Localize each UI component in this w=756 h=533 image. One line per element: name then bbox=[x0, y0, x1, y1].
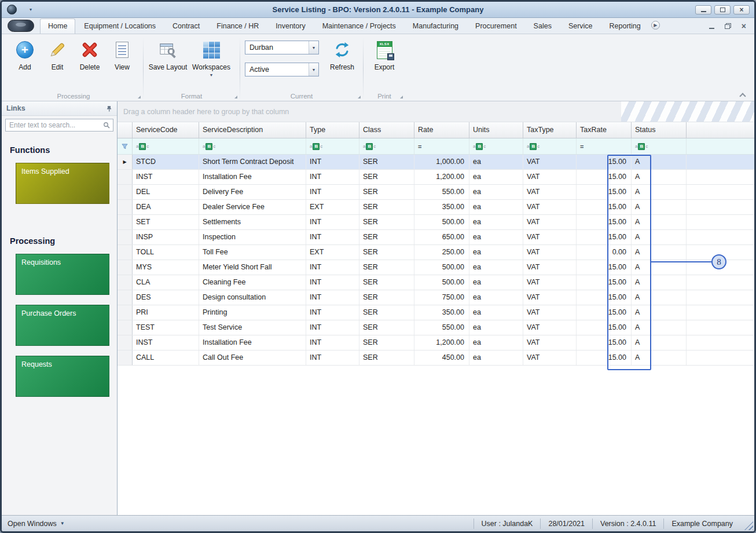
cell-tax-rate[interactable]: 15.00 bbox=[577, 215, 632, 229]
table-row[interactable]: ▶ PRI Printing INT SER 350.00 ea VAT 15.… bbox=[118, 305, 754, 320]
app-icon[interactable] bbox=[7, 5, 17, 14]
table-row[interactable]: ▶ DES Design consultation INT SER 750.00… bbox=[118, 290, 754, 305]
status-dropdown[interactable]: Active ▼ bbox=[245, 63, 319, 76]
cell-service-description[interactable]: Meter Yield Short Fall bbox=[199, 260, 306, 275]
ribbon-tab[interactable]: Service bbox=[560, 19, 601, 34]
child-close-icon[interactable]: × bbox=[742, 22, 746, 30]
cell-service-code[interactable]: DEL bbox=[133, 185, 199, 199]
ribbon-tab[interactable]: Home bbox=[40, 19, 75, 34]
table-row[interactable]: ▶ INST Installation Fee INT SER 1,200.00… bbox=[118, 335, 754, 351]
cell-tax-type[interactable]: VAT bbox=[523, 335, 577, 350]
cell-tax-rate[interactable]: 15.00 bbox=[577, 290, 632, 305]
cell-service-code[interactable]: TOLL bbox=[133, 245, 199, 260]
cell-units[interactable]: ea bbox=[469, 155, 523, 169]
filter-cell[interactable]: aBc = bbox=[199, 138, 306, 154]
cell-status[interactable]: A bbox=[632, 305, 687, 320]
cell-rate[interactable]: 650.00 bbox=[414, 230, 469, 244]
cell-units[interactable]: ea bbox=[469, 215, 523, 229]
cell-tax-type[interactable]: VAT bbox=[523, 260, 577, 275]
close-button[interactable]: × bbox=[733, 5, 750, 14]
cell-service-code[interactable]: PRI bbox=[133, 305, 199, 320]
cell-service-code[interactable]: MYS bbox=[133, 260, 199, 275]
dialog-launcher-icon[interactable] bbox=[400, 96, 403, 98]
column-header[interactable]: TaxRate bbox=[577, 122, 632, 138]
cell-rate[interactable]: 1,200.00 bbox=[414, 170, 469, 184]
ribbon-tab[interactable]: Maintenance / Projects bbox=[314, 19, 404, 34]
cell-tax-type[interactable]: VAT bbox=[523, 170, 577, 184]
pin-icon[interactable] bbox=[106, 105, 112, 112]
cell-service-description[interactable]: Installation Fee bbox=[199, 335, 306, 350]
cell-tax-rate[interactable]: 15.00 bbox=[577, 170, 632, 184]
filter-cell[interactable]: aBc = bbox=[133, 138, 199, 154]
cell-service-description[interactable]: Cleaning Fee bbox=[199, 275, 306, 290]
dialog-launcher-icon[interactable] bbox=[358, 96, 361, 98]
cell-tax-rate[interactable]: 15.00 bbox=[577, 185, 632, 199]
quick-access-dropdown-icon[interactable]: ▾ bbox=[30, 7, 32, 12]
cell-service-code[interactable]: CLA bbox=[133, 275, 199, 290]
cell-status[interactable]: A bbox=[632, 200, 687, 214]
sidebar-tile[interactable]: Items Supplied bbox=[16, 163, 109, 204]
sidebar-tile[interactable]: Requisitions bbox=[16, 254, 109, 295]
cell-service-description[interactable]: Installation Fee bbox=[199, 170, 306, 184]
ribbon-tab[interactable]: Contract bbox=[164, 19, 208, 34]
cell-type[interactable]: INT bbox=[306, 215, 359, 229]
ribbon-tab[interactable]: Sales bbox=[526, 19, 560, 34]
cell-type[interactable]: INT bbox=[306, 275, 359, 290]
cell-tax-rate[interactable]: 0.00 bbox=[577, 245, 632, 260]
cell-tax-rate[interactable]: 15.00 bbox=[577, 230, 632, 244]
cell-service-code[interactable]: STCD bbox=[133, 155, 199, 169]
cell-units[interactable]: ea bbox=[469, 290, 523, 305]
cell-service-code[interactable]: CALL bbox=[133, 351, 199, 365]
cell-service-description[interactable]: Toll Fee bbox=[199, 245, 306, 260]
cell-type[interactable]: INT bbox=[306, 230, 359, 244]
group-by-band[interactable]: Drag a column header here to group by th… bbox=[118, 101, 754, 122]
cell-rate[interactable]: 500.00 bbox=[414, 260, 469, 275]
cell-rate[interactable]: 350.00 bbox=[414, 305, 469, 320]
cell-service-description[interactable]: Inspection bbox=[199, 230, 306, 244]
cell-service-code[interactable]: TEST bbox=[133, 320, 199, 335]
cell-class[interactable]: SER bbox=[359, 245, 414, 260]
child-restore-icon[interactable] bbox=[725, 23, 731, 29]
table-row[interactable]: ▶ SET Settlements INT SER 500.00 ea VAT … bbox=[118, 215, 754, 230]
cell-units[interactable]: ea bbox=[469, 170, 523, 184]
cell-tax-rate[interactable]: 15.00 bbox=[577, 335, 632, 350]
cell-tax-type[interactable]: VAT bbox=[523, 320, 577, 335]
cell-units[interactable]: ea bbox=[469, 260, 523, 275]
ribbon-tab[interactable]: Procurement bbox=[467, 19, 525, 34]
cell-rate[interactable]: 500.00 bbox=[414, 275, 469, 290]
cell-units[interactable]: ea bbox=[469, 320, 523, 335]
cell-units[interactable]: ea bbox=[469, 335, 523, 350]
cell-tax-rate[interactable]: 15.00 bbox=[577, 320, 632, 335]
table-row[interactable]: ▶ MYS Meter Yield Short Fall INT SER 500… bbox=[118, 260, 754, 275]
filter-cell[interactable]: aBc = bbox=[632, 138, 687, 154]
cell-class[interactable]: SER bbox=[359, 200, 414, 214]
cell-class[interactable]: SER bbox=[359, 290, 414, 305]
cell-class[interactable]: SER bbox=[359, 320, 414, 335]
cell-rate[interactable]: 1,200.00 bbox=[414, 335, 469, 350]
ribbon-tab[interactable]: Equipment / Locations bbox=[76, 19, 164, 34]
cell-tax-type[interactable]: VAT bbox=[523, 290, 577, 305]
column-header[interactable]: ServiceDescription bbox=[199, 122, 306, 138]
ribbon-tab[interactable]: Reporting bbox=[601, 19, 649, 34]
cell-tax-type[interactable]: VAT bbox=[523, 245, 577, 260]
cell-type[interactable]: INT bbox=[306, 185, 359, 199]
search-input[interactable] bbox=[6, 121, 103, 129]
application-menu-button[interactable] bbox=[8, 20, 34, 32]
ribbon-tab[interactable]: Manufacturing bbox=[405, 19, 467, 34]
cell-class[interactable]: SER bbox=[359, 351, 414, 365]
cell-tax-rate[interactable]: 15.00 bbox=[577, 305, 632, 320]
cell-type[interactable]: EXT bbox=[306, 245, 359, 260]
cell-service-code[interactable]: INSP bbox=[133, 230, 199, 244]
refresh-button[interactable]: Refresh bbox=[326, 37, 358, 72]
column-header[interactable]: Units bbox=[469, 122, 523, 138]
ribbon-tab[interactable]: Finance / HR bbox=[208, 19, 267, 34]
dialog-launcher-icon[interactable] bbox=[138, 96, 141, 98]
cell-tax-type[interactable]: VAT bbox=[523, 200, 577, 214]
cell-type[interactable]: INT bbox=[306, 320, 359, 335]
cell-type[interactable]: INT bbox=[306, 305, 359, 320]
cell-type[interactable]: INT bbox=[306, 260, 359, 275]
column-header[interactable]: ServiceCode bbox=[133, 122, 199, 138]
cell-service-description[interactable]: Call Out Fee bbox=[199, 351, 306, 365]
cell-service-description[interactable]: Test Service bbox=[199, 320, 306, 335]
cell-service-description[interactable]: Settlements bbox=[199, 215, 306, 229]
